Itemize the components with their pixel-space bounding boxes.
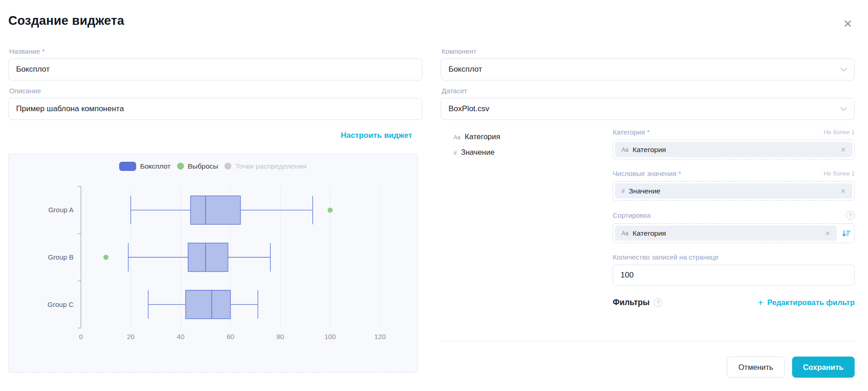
component-label: Компонент — [442, 47, 855, 55]
legend-item-boxplot[interactable]: Боксплот — [119, 162, 171, 171]
outliers-swatch-icon — [177, 163, 184, 170]
field-item-value[interactable]: # Значение — [454, 148, 613, 157]
left-column: Название * Описание Настроить виджет Бок… — [8, 41, 422, 373]
remove-chip-icon[interactable]: ✕ — [825, 230, 830, 237]
number-type-icon: # — [454, 150, 457, 156]
component-select[interactable]: Боксплот — [441, 58, 855, 80]
name-label: Название * — [9, 47, 422, 55]
cancel-button[interactable]: Отменить — [727, 357, 784, 378]
values-chip[interactable]: # Значение ✕ — [615, 183, 852, 198]
values-mapping-label: Числовые значения * — [613, 170, 681, 177]
dialog-title: Создание виджета — [8, 14, 124, 28]
svg-text:60: 60 — [227, 333, 235, 340]
field-item-category[interactable]: Aa Категория — [454, 132, 613, 141]
svg-text:0: 0 — [79, 333, 83, 340]
values-limit-hint: Не более 1 — [823, 170, 855, 177]
remove-chip-icon[interactable]: ✕ — [840, 146, 846, 153]
sorting-chip[interactable]: Aa Категория ✕ — [615, 226, 837, 241]
text-type-icon: Aa — [621, 147, 628, 153]
footer-divider — [441, 341, 855, 341]
svg-text:40: 40 — [177, 333, 184, 340]
footer: Отменить Сохранить — [441, 357, 855, 378]
svg-text:120: 120 — [374, 333, 385, 340]
category-limit-hint: Не более 1 — [823, 129, 855, 136]
legend-item-outliers[interactable]: Выбросы — [177, 162, 218, 170]
page-size-input[interactable] — [613, 265, 855, 286]
svg-text:Group A: Group A — [48, 206, 74, 214]
category-mapping-label: Категория * — [613, 128, 650, 136]
category-dropzone[interactable]: Aa Категория ✕ — [613, 140, 855, 159]
filters-title: Фильтры — [613, 298, 650, 307]
description-label: Описание — [9, 87, 422, 95]
save-button[interactable]: Сохранить — [792, 357, 855, 378]
svg-text:Group B: Group B — [48, 253, 74, 261]
create-widget-dialog: Создание виджета ✕ Название * Описание Н… — [0, 0, 868, 391]
right-column: Компонент Боксплот Датасет BoxPlot.csv A… — [441, 41, 855, 307]
text-type-icon: Aa — [454, 134, 460, 141]
boxplot-swatch-icon — [119, 162, 136, 171]
legend-item-distribution-points[interactable]: Точки распределения — [224, 162, 306, 170]
plus-icon: + — [758, 298, 763, 307]
dataset-select[interactable]: BoxPlot.csv — [441, 98, 855, 120]
boxplot-svg: 020406080100120Group AGroup BGroup C — [9, 172, 417, 372]
dataset-fields-list: Aa Категория # Значение — [441, 120, 613, 307]
number-type-icon: # — [621, 188, 625, 194]
text-type-icon: Aa — [621, 230, 628, 237]
close-icon[interactable]: ✕ — [843, 18, 852, 29]
category-chip[interactable]: Aa Категория ✕ — [615, 142, 852, 157]
distribution-points-swatch-icon — [224, 163, 231, 170]
edit-filter-button[interactable]: + Редактировать фильтр — [758, 298, 855, 307]
sorting-label: Сортировка — [613, 211, 650, 219]
svg-text:20: 20 — [127, 333, 135, 340]
values-dropzone[interactable]: # Значение ✕ — [613, 181, 855, 201]
sort-direction-icon[interactable] — [840, 227, 852, 239]
sorting-dropzone[interactable]: Aa Категория ✕ — [613, 223, 855, 243]
mapping-panel: Категория * Не более 1 Aa Категория ✕ Чи… — [613, 120, 855, 307]
chart-legend: Боксплот Выбросы Точки распределения — [9, 154, 417, 172]
help-icon[interactable]: ? — [846, 211, 855, 220]
chevron-down-icon — [840, 104, 847, 113]
name-input[interactable] — [8, 58, 422, 80]
chevron-down-icon — [840, 65, 847, 74]
dataset-label: Датасет — [442, 87, 855, 95]
remove-chip-icon[interactable]: ✕ — [840, 187, 846, 195]
chart-preview-panel: Боксплот Выбросы Точки распределения 020… — [8, 154, 418, 373]
help-icon[interactable]: ? — [654, 298, 662, 307]
svg-text:Group C: Group C — [47, 300, 74, 308]
description-input[interactable] — [8, 98, 422, 120]
configure-widget-link[interactable]: Настроить виджет — [341, 131, 412, 140]
page-size-label: Количество записей на странице — [613, 253, 719, 261]
svg-text:100: 100 — [324, 333, 336, 340]
svg-text:80: 80 — [276, 333, 284, 340]
